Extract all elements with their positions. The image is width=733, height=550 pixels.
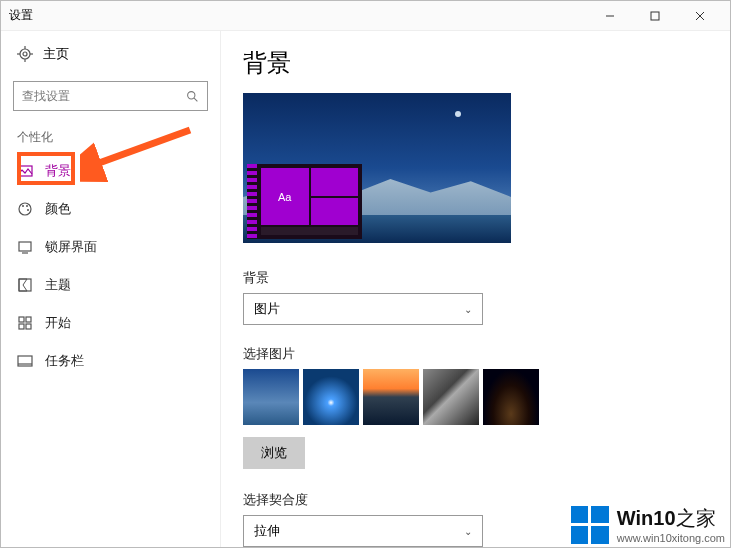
chevron-down-icon: ⌄ xyxy=(464,526,472,537)
sidebar: 主页 查找设置 个性化 背景 颜色 锁屏界面 主题 xyxy=(1,31,221,547)
search-icon xyxy=(186,90,199,103)
sidebar-item-label: 主题 xyxy=(45,276,71,294)
windows-logo-icon xyxy=(571,506,609,544)
home-button[interactable]: 主页 xyxy=(1,35,220,73)
watermark: Win10之家 www.win10xitong.com xyxy=(571,505,725,544)
sidebar-item-themes[interactable]: 主题 xyxy=(1,266,220,304)
gear-icon xyxy=(17,46,33,62)
sidebar-item-background[interactable]: 背景 xyxy=(1,152,220,190)
sidebar-item-label: 背景 xyxy=(45,162,71,180)
section-label: 个性化 xyxy=(1,125,220,152)
watermark-url: www.win10xitong.com xyxy=(617,532,725,544)
svg-point-13 xyxy=(19,203,31,215)
svg-rect-22 xyxy=(19,324,24,329)
chevron-down-icon: ⌄ xyxy=(464,304,472,315)
sidebar-item-label: 锁屏界面 xyxy=(45,238,97,256)
titlebar: 设置 xyxy=(1,1,730,31)
choose-picture-label: 选择图片 xyxy=(243,345,708,363)
sidebar-item-colors[interactable]: 颜色 xyxy=(1,190,220,228)
svg-rect-19 xyxy=(19,279,31,291)
picture-icon xyxy=(17,163,33,179)
palette-icon xyxy=(17,201,33,217)
picture-thumb[interactable] xyxy=(483,369,539,425)
search-placeholder: 查找设置 xyxy=(22,88,70,105)
background-preview: Aa xyxy=(243,93,511,243)
svg-rect-20 xyxy=(19,317,24,322)
select-value: 拉伸 xyxy=(254,522,280,540)
theme-icon xyxy=(17,277,33,293)
picture-thumb[interactable] xyxy=(363,369,419,425)
home-label: 主页 xyxy=(43,45,69,63)
picture-thumb[interactable] xyxy=(303,369,359,425)
sidebar-item-label: 颜色 xyxy=(45,200,71,218)
minimize-button[interactable] xyxy=(587,2,632,30)
watermark-suffix: 之家 xyxy=(676,507,716,529)
taskbar-icon xyxy=(17,353,33,369)
svg-point-5 xyxy=(23,52,27,56)
preview-tile-aa: Aa xyxy=(261,168,309,225)
sidebar-item-label: 开始 xyxy=(45,314,71,332)
svg-point-14 xyxy=(22,205,24,207)
svg-rect-23 xyxy=(26,324,31,329)
sidebar-item-label: 任务栏 xyxy=(45,352,84,370)
sidebar-item-taskbar[interactable]: 任务栏 xyxy=(1,342,220,380)
select-value: 图片 xyxy=(254,300,280,318)
sidebar-item-start[interactable]: 开始 xyxy=(1,304,220,342)
svg-point-10 xyxy=(188,91,195,98)
browse-button[interactable]: 浏览 xyxy=(243,437,305,469)
sidebar-item-lockscreen[interactable]: 锁屏界面 xyxy=(1,228,220,266)
page-title: 背景 xyxy=(243,47,708,79)
content-area: 背景 Aa 背景 图片 ⌄ xyxy=(221,31,730,547)
background-field-label: 背景 xyxy=(243,269,708,287)
svg-line-11 xyxy=(194,98,197,101)
picture-thumbnails xyxy=(243,369,708,425)
picture-thumb[interactable] xyxy=(243,369,299,425)
svg-point-4 xyxy=(20,49,30,59)
svg-rect-17 xyxy=(19,242,31,251)
search-input[interactable]: 查找设置 xyxy=(13,81,208,111)
window-title: 设置 xyxy=(9,7,587,24)
start-icon xyxy=(17,315,33,331)
picture-thumb[interactable] xyxy=(423,369,479,425)
svg-point-15 xyxy=(26,205,28,207)
svg-rect-1 xyxy=(651,12,659,20)
fit-select[interactable]: 拉伸 ⌄ xyxy=(243,515,483,547)
close-button[interactable] xyxy=(677,2,722,30)
svg-point-16 xyxy=(27,209,29,211)
svg-rect-21 xyxy=(26,317,31,322)
watermark-brand: Win10 xyxy=(617,507,676,529)
background-type-select[interactable]: 图片 ⌄ xyxy=(243,293,483,325)
lockscreen-icon xyxy=(17,239,33,255)
maximize-button[interactable] xyxy=(632,2,677,30)
